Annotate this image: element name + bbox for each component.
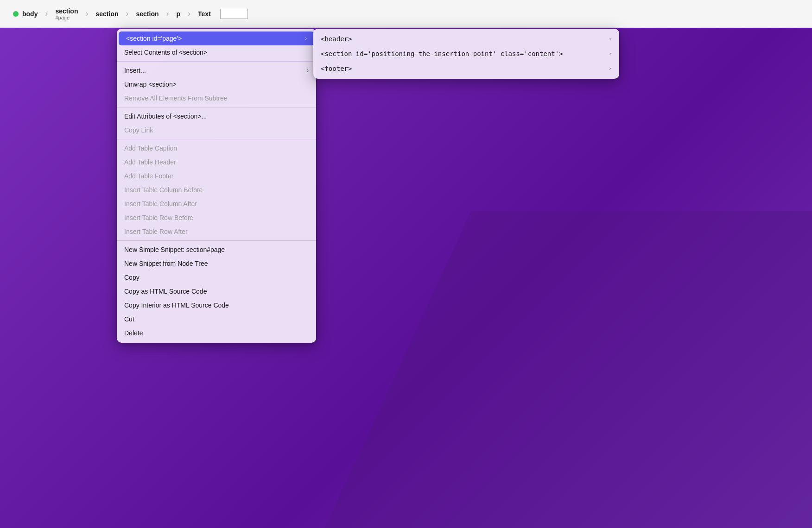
- submenu-item-header[interactable]: <header> ›: [313, 31, 619, 46]
- menu-item-section-id-page-label: <section id='page'>: [126, 35, 182, 42]
- menu-item-insert-label: Insert...: [124, 67, 146, 74]
- menu-item-copy-html[interactable]: Copy as HTML Source Code: [117, 284, 316, 298]
- menu-separator-4: [117, 240, 316, 241]
- submenu: <header> › <section id='positioning-the-…: [313, 29, 619, 79]
- breadcrumb-p[interactable]: p: [171, 0, 186, 28]
- menu-item-delete[interactable]: Delete: [117, 326, 316, 340]
- menu-item-new-simple-snippet-label: New Simple Snippet: section#page: [124, 246, 225, 253]
- chevron-right-icon-header: ›: [609, 36, 612, 42]
- menu-item-add-table-header: Add Table Header: [117, 155, 316, 169]
- breadcrumb-section2[interactable]: section: [90, 0, 124, 28]
- breadcrumb-text-label: Text: [198, 10, 211, 18]
- menu-item-add-table-footer-label: Add Table Footer: [124, 172, 173, 180]
- chevron-right-icon-section-content: ›: [609, 50, 612, 57]
- menu-item-new-simple-snippet[interactable]: New Simple Snippet: section#page: [117, 243, 316, 257]
- menu-item-add-table-footer: Add Table Footer: [117, 169, 316, 183]
- menu-item-remove-all: Remove All Elements From Subtree: [117, 91, 316, 105]
- breadcrumb-sep-5: ›: [186, 9, 192, 19]
- submenu-item-header-label: <header>: [321, 35, 352, 43]
- breadcrumb-section1-sub: #page: [55, 15, 70, 20]
- breadcrumb-body[interactable]: body: [7, 0, 43, 28]
- menu-item-cut-label: Cut: [124, 315, 134, 323]
- breadcrumb-body-label: body: [22, 10, 38, 18]
- breadcrumb-section1-label: section: [55, 7, 78, 15]
- menu-item-remove-all-label: Remove All Elements From Subtree: [124, 94, 228, 102]
- text-input-preview[interactable]: [220, 9, 248, 19]
- chevron-right-icon-footer: ›: [609, 65, 612, 72]
- menu-item-copy-interior-label: Copy Interior as HTML Source Code: [124, 302, 229, 309]
- menu-item-insert-col-before-label: Insert Table Column Before: [124, 186, 203, 194]
- breadcrumb-section1[interactable]: section #page: [50, 0, 83, 28]
- menu-item-copy-interior[interactable]: Copy Interior as HTML Source Code: [117, 298, 316, 312]
- submenu-item-section-content-label: <section id='positioning-the-insertion-p…: [321, 50, 563, 57]
- menu-item-copy[interactable]: Copy: [117, 270, 316, 284]
- menu-item-edit-attributes[interactable]: Edit Attributes of <section>...: [117, 109, 316, 123]
- menu-item-insert-row-before: Insert Table Row Before: [117, 211, 316, 225]
- menu-item-copy-label: Copy: [124, 274, 140, 281]
- menu-item-insert-row-after: Insert Table Row After: [117, 225, 316, 239]
- menu-item-insert[interactable]: Insert... ›: [117, 63, 316, 77]
- menu-item-unwrap[interactable]: Unwrap <section>: [117, 77, 316, 91]
- breadcrumb-p-label: p: [177, 10, 181, 18]
- submenu-item-footer-label: <footer>: [321, 65, 352, 72]
- menu-separator-3: [117, 139, 316, 139]
- breadcrumb-section2-label: section: [95, 10, 118, 18]
- breadcrumb-sep-4: ›: [165, 9, 171, 19]
- breadcrumb-sep-1: ›: [43, 9, 50, 19]
- chevron-right-icon-insert: ›: [307, 67, 309, 74]
- menu-item-select-contents-label: Select Contents of <section>: [124, 49, 207, 56]
- menu-item-edit-attributes-label: Edit Attributes of <section>...: [124, 113, 207, 120]
- menu-item-select-contents[interactable]: Select Contents of <section>: [117, 45, 316, 59]
- menu-separator-1: [117, 61, 316, 62]
- context-menu: <section id='page'> › Select Contents of…: [117, 29, 316, 343]
- menu-item-unwrap-label: Unwrap <section>: [124, 81, 177, 88]
- menu-item-add-table-caption-label: Add Table Caption: [124, 145, 177, 152]
- chevron-right-icon: ›: [305, 35, 307, 42]
- menu-item-copy-html-label: Copy as HTML Source Code: [124, 288, 207, 295]
- menu-item-add-table-header-label: Add Table Header: [124, 158, 176, 166]
- menu-item-copy-link: Copy Link: [117, 123, 316, 137]
- menu-item-insert-col-before: Insert Table Column Before: [117, 183, 316, 197]
- menu-item-insert-row-after-label: Insert Table Row After: [124, 228, 188, 235]
- menu-item-cut[interactable]: Cut: [117, 312, 316, 326]
- submenu-item-footer[interactable]: <footer> ›: [313, 61, 619, 76]
- menu-item-insert-col-after-label: Insert Table Column After: [124, 200, 197, 207]
- breadcrumb-section3-label: section: [136, 10, 159, 18]
- menu-item-delete-label: Delete: [124, 329, 143, 337]
- menu-item-new-snippet-node-tree[interactable]: New Snippet from Node Tree: [117, 257, 316, 270]
- breadcrumb-text[interactable]: Text: [192, 0, 216, 28]
- breadcrumb-sep-3: ›: [124, 9, 130, 19]
- menu-item-section-id-page[interactable]: <section id='page'> ›: [119, 31, 314, 45]
- background-shape: [325, 211, 812, 528]
- submenu-item-section-content[interactable]: <section id='positioning-the-insertion-p…: [313, 46, 619, 61]
- breadcrumb-section3[interactable]: section: [130, 0, 164, 28]
- menu-item-add-table-caption: Add Table Caption: [117, 141, 316, 155]
- menu-item-copy-link-label: Copy Link: [124, 126, 153, 134]
- menu-item-insert-col-after: Insert Table Column After: [117, 197, 316, 211]
- menu-separator-2: [117, 107, 316, 107]
- breadcrumb-sep-2: ›: [83, 9, 90, 19]
- menu-item-new-snippet-node-tree-label: New Snippet from Node Tree: [124, 260, 208, 267]
- menu-item-insert-row-before-label: Insert Table Row Before: [124, 214, 193, 221]
- green-dot-icon: [13, 11, 19, 17]
- breadcrumb-bar: body › section #page › section › section…: [0, 0, 812, 28]
